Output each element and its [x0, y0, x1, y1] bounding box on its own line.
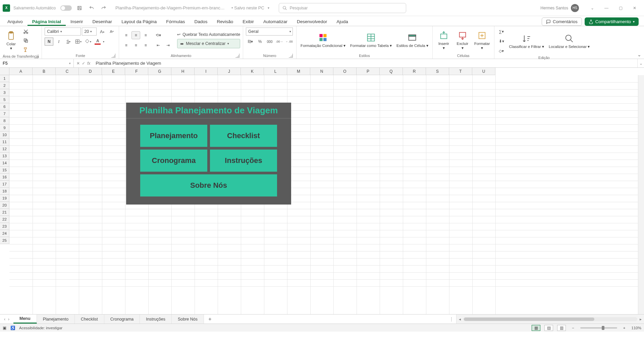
- col-header[interactable]: Q: [380, 68, 403, 75]
- row-header[interactable]: 14: [0, 160, 9, 167]
- col-header[interactable]: M: [287, 68, 310, 75]
- row-header[interactable]: 3: [0, 89, 9, 96]
- decrease-decimal-icon[interactable]: ←.00: [285, 38, 293, 46]
- row-header[interactable]: 24: [0, 230, 9, 237]
- zoom-slider[interactable]: [580, 327, 617, 329]
- close-icon[interactable]: ✕: [628, 3, 641, 13]
- tab-pagina-inicial[interactable]: Página Inicial: [28, 17, 66, 26]
- fx-icon[interactable]: fx: [87, 61, 90, 66]
- align-right-icon[interactable]: ≡: [141, 41, 150, 49]
- tab-automatizar[interactable]: Automatizar: [259, 17, 292, 26]
- sheet-tab-cronograma[interactable]: Cronograma: [104, 315, 140, 324]
- sheet-tab-checklist[interactable]: Checklist: [75, 315, 104, 324]
- format-painter-icon[interactable]: [21, 46, 30, 54]
- format-as-table-button[interactable]: Formatar como Tabela ▾: [349, 32, 393, 49]
- font-name-combo[interactable]: Calibri▾: [45, 27, 81, 36]
- increase-indent-icon[interactable]: ⇥: [164, 41, 172, 49]
- fill-color-button[interactable]: ▾: [84, 38, 92, 46]
- wrap-text-button[interactable]: ↩ Quebrar Texto Automaticamente: [177, 32, 240, 37]
- col-header[interactable]: P: [357, 68, 380, 75]
- row-header[interactable]: 7: [0, 110, 9, 117]
- row-header[interactable]: 6: [0, 103, 9, 110]
- align-center-icon[interactable]: ≡: [131, 41, 140, 49]
- row-header[interactable]: 1: [0, 75, 9, 82]
- col-header[interactable]: J: [218, 68, 241, 75]
- borders-button[interactable]: ▾: [74, 38, 83, 46]
- enter-formula-icon[interactable]: ✓: [82, 61, 85, 66]
- col-header[interactable]: D: [79, 68, 102, 75]
- col-header[interactable]: H: [171, 68, 195, 75]
- col-header[interactable]: F: [125, 68, 148, 75]
- page-break-view-icon[interactable]: ▥: [557, 325, 566, 331]
- add-sheet-button[interactable]: +: [204, 315, 216, 324]
- row-header[interactable]: 2: [0, 82, 9, 89]
- col-header[interactable]: L: [264, 68, 287, 75]
- row-header[interactable]: 17: [0, 181, 9, 188]
- record-macro-icon[interactable]: ▣: [3, 326, 6, 330]
- sheet-tab-menu[interactable]: Menu: [13, 315, 37, 324]
- row-header[interactable]: 13: [0, 153, 9, 160]
- col-header[interactable]: I: [195, 68, 218, 75]
- col-header[interactable]: C: [56, 68, 79, 75]
- tab-desenhar[interactable]: Desenhar: [88, 17, 117, 26]
- col-header[interactable]: R: [403, 68, 426, 75]
- formula-input[interactable]: Planilha Planejamento de Viagem: [93, 59, 637, 67]
- align-left-icon[interactable]: ≡: [122, 41, 130, 49]
- sheet-tab-sobre[interactable]: Sobre Nós: [172, 315, 204, 324]
- search-input[interactable]: Pesquisar: [279, 3, 406, 13]
- select-all-corner[interactable]: [0, 68, 9, 75]
- font-color-button[interactable]: A: [93, 38, 102, 46]
- cell-styles-button[interactable]: Estilos de Célula ▾: [395, 32, 430, 49]
- col-header[interactable]: A: [9, 68, 33, 75]
- sheet-tab-instrucoes[interactable]: Instruções: [140, 315, 172, 324]
- delete-cells-button[interactable]: Excluir▾: [454, 30, 471, 51]
- row-header[interactable]: 12: [0, 146, 9, 153]
- col-header[interactable]: E: [102, 68, 125, 75]
- tab-inserir[interactable]: Inserir: [66, 17, 88, 26]
- tab-scroll-right-icon[interactable]: ›: [8, 317, 9, 322]
- menu-cell-sobre[interactable]: Sobre Nós: [140, 174, 277, 196]
- tab-formulas[interactable]: Fórmulas: [161, 17, 190, 26]
- row-headers[interactable]: 1235678910111213141516171819202122232425: [0, 75, 9, 314]
- autosave-toggle[interactable]: [60, 5, 72, 11]
- scroll-right-icon[interactable]: ▸: [637, 317, 644, 322]
- row-header[interactable]: 11: [0, 138, 9, 146]
- row-header[interactable]: 21: [0, 209, 9, 216]
- cancel-formula-icon[interactable]: ✕: [76, 61, 80, 66]
- clear-icon[interactable]: ◇▾: [497, 47, 506, 55]
- tab-revisao[interactable]: Revisão: [212, 17, 238, 26]
- copy-icon[interactable]: [21, 37, 30, 45]
- col-header[interactable]: T: [449, 68, 472, 75]
- menu-cell-cronograma[interactable]: Cronograma: [140, 150, 207, 172]
- horizontal-scrollbar[interactable]: ◂ ▸: [456, 315, 644, 324]
- decrease-font-icon[interactable]: A▾: [107, 27, 116, 36]
- page-layout-view-icon[interactable]: ▤: [544, 325, 553, 331]
- tab-exibir[interactable]: Exibir: [238, 17, 259, 26]
- autosum-icon[interactable]: ∑▾: [497, 27, 506, 36]
- tab-scroll-left-icon[interactable]: ‹: [4, 317, 5, 322]
- bold-button[interactable]: N: [45, 38, 53, 46]
- tab-dados[interactable]: Dados: [190, 17, 212, 26]
- chevron-down-icon[interactable]: ▾: [69, 62, 71, 65]
- dialog-launcher-icon[interactable]: [34, 54, 38, 58]
- accounting-format-icon[interactable]: ₪▾: [246, 38, 255, 46]
- menu-cell-instrucoes[interactable]: Instruções: [210, 150, 277, 172]
- merge-center-button[interactable]: ⬌ Mesclar e Centralizar ▾: [177, 39, 240, 48]
- comments-button[interactable]: Comentários: [542, 17, 582, 26]
- maximize-icon[interactable]: ▢: [614, 3, 627, 13]
- tab-arquivo[interactable]: Arquivo: [3, 17, 28, 26]
- row-header[interactable]: 10: [0, 131, 9, 138]
- collapse-ribbon-icon[interactable]: ⌄: [637, 52, 641, 57]
- share-button[interactable]: Compartilhamento ▾: [585, 17, 639, 26]
- column-headers[interactable]: ABCDEFGHIJKLMNOPQRSTU: [9, 68, 638, 75]
- align-top-icon[interactable]: ≡: [122, 31, 130, 39]
- italic-button[interactable]: I: [54, 38, 63, 46]
- menu-cell-planejamento[interactable]: Planejamento: [140, 125, 207, 147]
- row-header[interactable]: 19: [0, 195, 9, 202]
- fill-icon[interactable]: ⬇▾: [497, 37, 506, 45]
- cell-reference-input[interactable]: [3, 61, 67, 66]
- increase-font-icon[interactable]: A▴: [98, 27, 106, 36]
- col-header[interactable]: U: [472, 68, 495, 75]
- format-cells-button[interactable]: Formatar▾: [473, 30, 491, 51]
- percent-format-icon[interactable]: %: [256, 38, 264, 46]
